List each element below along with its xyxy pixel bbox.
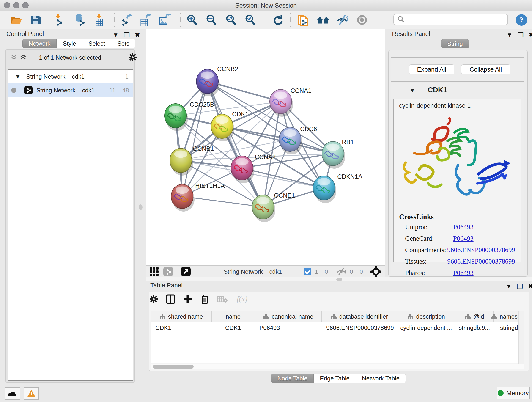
table-cell[interactable]: stringdb:9... — [456, 322, 494, 333]
toolbar-separator — [114, 13, 114, 27]
column-header-shared-name[interactable]: shared name — [151, 311, 212, 322]
warnings-button[interactable] — [24, 387, 39, 400]
tree-expander-icon[interactable]: ▼ — [15, 73, 21, 80]
panel-menu-icon[interactable]: ▼ — [113, 32, 119, 38]
copy-document-icon[interactable] — [297, 13, 310, 26]
tab-network[interactable]: Network — [22, 39, 57, 48]
selected-checkbox-icon[interactable] — [304, 268, 312, 275]
panel-float-icon[interactable]: ❒ — [518, 31, 524, 39]
table-horizontal-scrollbar[interactable] — [151, 364, 524, 370]
network-row[interactable]: String Network – cdk1 11 48 — [8, 83, 133, 97]
zoom-in-icon[interactable] — [186, 13, 198, 26]
open-file-icon[interactable] — [10, 13, 23, 26]
panel-close-icon[interactable]: ✖ — [135, 32, 140, 38]
hide-eye-icon[interactable] — [336, 13, 349, 26]
network-collection-row[interactable]: ▼ String Network – cdk1 1 — [8, 70, 133, 83]
panel-float-icon[interactable]: ❒ — [124, 31, 130, 39]
network-view-toolbar: String Network – cdk1 1 – 0 | 0 – 0 — [146, 265, 385, 278]
import-table-icon[interactable] — [93, 13, 105, 26]
expand-all-button[interactable]: Expand All — [409, 64, 454, 75]
table-options-gear-icon[interactable] — [149, 294, 158, 304]
crosslink-label: Compartments: — [405, 246, 447, 254]
tab-node-table[interactable]: Node Table — [271, 374, 314, 383]
cloud-button[interactable] — [5, 387, 20, 400]
panel-float-icon[interactable]: ❒ — [517, 282, 523, 290]
table-vertical-scrollbar[interactable] — [519, 311, 524, 364]
tab-sets[interactable]: Sets — [111, 39, 135, 48]
export-image-icon[interactable] — [158, 13, 171, 26]
network-edge[interactable] — [182, 81, 207, 196]
tree-column-icon — [331, 314, 336, 319]
control-panel-title: Control Panel — [6, 31, 44, 38]
collapse-all-button[interactable]: Collapse All — [461, 64, 510, 75]
delete-column-icon[interactable] — [201, 294, 209, 304]
crosslink-label: Uniprot: — [405, 223, 453, 231]
table-row[interactable]: CDK1CDK1P064939606.ENSP00000378699cyclin… — [151, 322, 524, 333]
export-network-icon[interactable] — [120, 13, 133, 26]
show-columns-icon[interactable] — [166, 294, 175, 304]
zoom-selected-icon[interactable] — [244, 13, 257, 26]
share-view-icon[interactable] — [163, 267, 173, 277]
column-header-description[interactable]: description — [397, 311, 456, 322]
table-cell[interactable]: P06493 — [255, 322, 322, 333]
zoom-fit-icon[interactable] — [225, 13, 237, 26]
crosslink-link[interactable]: P06493 — [453, 235, 474, 242]
node-label-CDC6: CDC6 — [300, 126, 317, 133]
string-results-card: Expand All Collapse All ▼ CDK1 cyclin-de… — [388, 50, 528, 277]
tab-network-table[interactable]: Network Table — [356, 374, 406, 383]
node-label-HIST1H1A: HIST1H1A — [195, 182, 225, 189]
tab-string[interactable]: String — [441, 39, 469, 48]
network-label: String Network – cdk1 — [36, 87, 95, 94]
tab-style[interactable]: Style — [57, 39, 82, 48]
column-header-name[interactable]: name — [212, 311, 255, 322]
table-cell[interactable]: 9606.ENSP00000378699 — [322, 322, 397, 333]
network-tree: ▼ String Network – cdk1 1 String Network… — [7, 69, 133, 381]
search-input[interactable] — [405, 16, 502, 23]
column-header-database-identifier[interactable]: database identifier — [322, 311, 397, 322]
results-panel: Results Panel ▼ ❒ ✖ String Expand All Co… — [385, 29, 532, 277]
memory-status-dot-icon — [498, 390, 504, 396]
network-canvas[interactable]: CCNB2CCNA1CDC25BCDK1CDC6RB1CCNB1CCNA2CDK… — [146, 29, 385, 265]
export-table-icon[interactable] — [139, 13, 152, 26]
grid-view-icon[interactable] — [149, 267, 159, 276]
network-options-gear-icon[interactable] — [128, 53, 137, 62]
network-share-icon — [24, 86, 33, 95]
add-column-icon[interactable] — [183, 294, 193, 304]
refresh-icon[interactable] — [272, 13, 285, 26]
tab-select[interactable]: Select — [82, 39, 111, 48]
column-header-canonical-name[interactable]: canonical name — [255, 311, 322, 322]
memory-button[interactable]: Memory — [497, 387, 530, 400]
panel-menu-icon[interactable]: ▼ — [507, 32, 513, 38]
table-cell[interactable]: cyclin-dependent ... — [397, 322, 456, 333]
tab-edge-table[interactable]: Edge Table — [314, 374, 356, 383]
vertical-splitter-handle[interactable] — [139, 204, 143, 210]
birdseye-crosshair-icon[interactable] — [370, 266, 381, 277]
crosslink-link[interactable]: 9606.ENSP00000378699 — [447, 246, 515, 254]
import-network-icon[interactable] — [54, 13, 66, 26]
panel-menu-icon[interactable]: ▼ — [506, 283, 512, 290]
save-icon[interactable] — [29, 13, 42, 26]
search-box[interactable] — [393, 14, 508, 25]
table-cell[interactable]: CDK1 — [212, 322, 255, 333]
horizontal-splitter-handle[interactable] — [336, 278, 342, 281]
panel-close-icon[interactable]: ✖ — [528, 283, 532, 290]
zoom-out-icon[interactable] — [205, 13, 218, 26]
tree-column-icon — [491, 314, 497, 319]
toolbar-separator — [290, 13, 291, 27]
crosslink-link[interactable]: P06493 — [453, 269, 474, 277]
open-in-window-icon[interactable] — [181, 267, 191, 277]
panel-close-icon[interactable]: ✖ — [529, 32, 532, 38]
crosslink-link[interactable]: 9606.ENSP00000378699 — [447, 258, 515, 265]
scrollbar-thumb[interactable] — [153, 365, 194, 369]
hidden-eye-icon — [336, 268, 346, 276]
column-header--id[interactable]: @id — [456, 311, 494, 322]
gray-eye-icon[interactable] — [355, 13, 368, 26]
network-graph[interactable]: CCNB2CCNA1CDC25BCDK1CDC6RB1CCNB1CCNA2CDK… — [146, 29, 385, 265]
import-database-icon[interactable] — [73, 13, 86, 26]
section-expander-icon[interactable]: ▼ — [409, 87, 415, 94]
help-icon[interactable]: ? — [515, 13, 528, 26]
node-label-CCNA2: CCNA2 — [255, 153, 276, 160]
table-cell[interactable]: CDK1 — [151, 322, 212, 333]
homes-icon[interactable] — [317, 13, 329, 26]
crosslink-link[interactable]: P06493 — [453, 223, 474, 231]
